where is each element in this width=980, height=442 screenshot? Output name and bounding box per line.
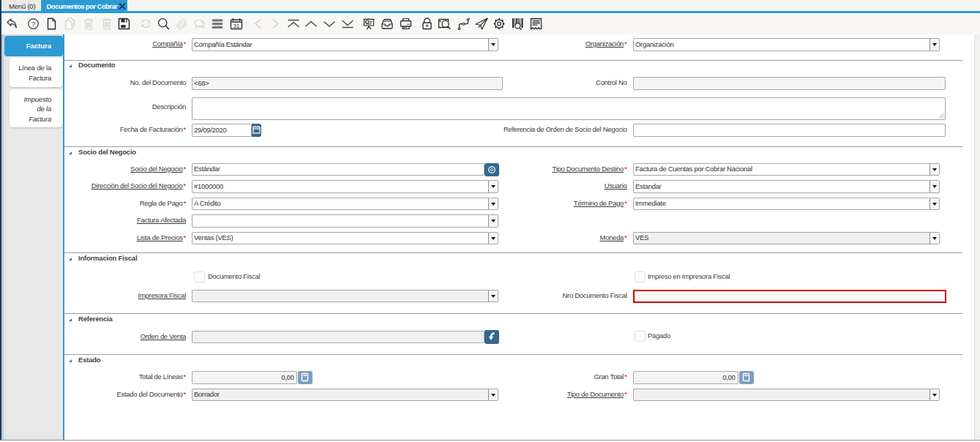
svg-text:31: 31 xyxy=(233,23,239,29)
svg-text:?: ? xyxy=(31,20,35,28)
